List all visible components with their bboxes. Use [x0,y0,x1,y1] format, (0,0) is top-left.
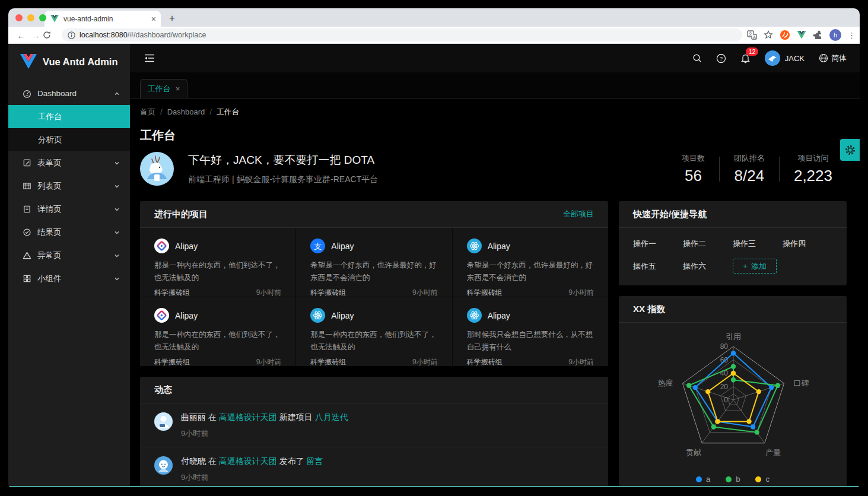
activity-avatar [154,456,173,483]
legend-item-b[interactable]: b [726,475,740,484]
app-header: ? 12 JACK [130,44,860,72]
legend-dot [726,476,732,482]
sidebar: Vue Antd Admin Dashboard 工作台 分析页 [8,44,130,486]
quick-link-3[interactable]: 操作三 [733,239,783,249]
plus-icon: + [743,262,748,271]
quick-nav-title: 快速开始/便捷导航 [633,209,707,220]
search-icon[interactable] [692,53,702,63]
sidebar-item-analysis[interactable]: 分析页 [8,128,130,151]
project-group-link[interactable]: 科学搬砖组 [154,357,190,367]
alipay-logo-icon: 支 [310,239,325,253]
svg-text:文: 文 [748,31,753,37]
tab-close-icon[interactable]: × [176,84,180,93]
help-icon[interactable]: ? [716,53,726,63]
zoom-window-button[interactable] [39,14,46,21]
quick-link-6[interactable]: 操作六 [683,261,733,272]
new-tab-button[interactable]: + [169,12,175,24]
language-switch[interactable]: 简体 [819,53,847,63]
sidebar-item-widgets[interactable]: 小组件 [8,267,130,290]
index-chart-title: XX 指数 [633,304,665,315]
globe-icon [819,53,828,63]
minimize-window-button[interactable] [27,14,34,21]
activity-target-link[interactable]: 留言 [307,456,323,466]
menu-fold-icon[interactable] [144,53,155,63]
sidebar-item-forms[interactable]: 表单页 [8,151,130,174]
project-card[interactable]: Alipay 那时候我只会想自己想要什么，从不想自己拥有什么 科学搬砖组9小时前 [453,297,608,366]
list-item: 付晓晓 在 高逼格设计天团 发布了 留言 9小时前 [140,447,608,486]
chevron-up-icon [113,90,120,97]
translate-icon[interactable]: 文A [747,30,757,40]
svg-text:80: 80 [720,342,729,351]
app-title: Vue Antd Admin [43,56,118,68]
url-path: /#/dashboard/workplace [128,31,206,39]
quick-link-5[interactable]: 操作五 [633,261,683,272]
bookmark-star-icon[interactable] [764,30,773,40]
svg-text:产量: 产量 [765,448,781,457]
theme-settings-button[interactable] [840,139,860,161]
browser-tab[interactable]: vue-antd-admin × [44,11,161,27]
browser-profile-avatar[interactable]: h [829,29,841,41]
tab-label: 工作台 [148,84,171,94]
close-window-button[interactable] [15,14,23,21]
svg-text:60: 60 [720,356,729,364]
url-bar[interactable]: localhost:8080/#/dashboard/workplace [62,28,742,42]
user-menu[interactable]: JACK [765,50,805,66]
activity-group-link[interactable]: 高逼格设计天团 [219,412,277,422]
back-icon[interactable]: ← [14,30,28,40]
page-tabbar: 工作台 × [130,72,860,98]
sidebar-item-results[interactable]: 结果页 [8,221,130,244]
add-button[interactable]: +添加 [733,259,777,274]
quick-link-4[interactable]: 操作四 [783,239,832,249]
project-card[interactable]: Alipay 那是一种内在的东西，他们到达不了，也无法触及的 科学搬砖组9小时前 [140,228,295,297]
breadcrumb-dashboard[interactable]: Dashboard [167,107,205,116]
gear-icon [844,144,856,156]
breadcrumb-home[interactable]: 首页 [140,107,155,116]
all-projects-link[interactable]: 全部项目 [563,209,594,220]
svg-text:A: A [753,34,756,39]
project-group-link[interactable]: 科学搬砖组 [154,288,190,298]
svg-text:支: 支 [314,242,322,251]
activity-avatar [154,412,173,439]
vue-extension-icon[interactable] [797,31,806,39]
project-card[interactable]: Alipay 那是一种内在的东西，他们到达不了，也无法触及的 科学搬砖组9小时前 [140,297,295,366]
extension-orange-icon[interactable] [780,30,790,40]
chevron-down-icon [113,160,120,167]
sidebar-item-details[interactable]: 详情页 [8,198,130,221]
sidebar-item-exceptions[interactable]: 异常页 [8,244,130,267]
tab-workplace[interactable]: 工作台 × [140,79,187,98]
site-info-icon[interactable] [68,31,75,39]
sidebar-item-workplace[interactable]: 工作台 [8,105,130,128]
quick-link-2[interactable]: 操作二 [683,239,733,249]
user-role: 前端工程师 | 蚂蚁金服-计算服务事业群-REACT平台 [188,174,378,185]
svg-text:引用: 引用 [726,332,741,341]
reload-icon[interactable] [43,31,57,39]
quick-nav-card: 快速开始/便捷导航 操作一 操作二 操作三 操作四 操作五 操作六 +添加 [619,201,847,285]
vue-logo-icon [20,54,37,69]
extensions-puzzle-icon[interactable] [813,30,823,40]
activity-group-link[interactable]: 高逼格设计天团 [219,456,277,466]
project-group-link[interactable]: 科学搬砖组 [467,288,503,298]
project-card[interactable]: Alipay 那是一种内在的东西，他们到达不了，也无法触及的 科学搬砖组9小时前 [296,297,452,366]
project-card[interactable]: 支 Alipay 希望是一个好东西，也许是最好的，好东西是不会消亡的 科学搬砖组… [296,228,452,297]
sidebar-item-lists[interactable]: 列表页 [8,174,130,198]
activity-user[interactable]: 付晓晓 [181,456,206,466]
radar-chart: 806040200引用口碑产量贡献热度 [619,323,847,472]
sidebar-item-dashboard[interactable]: Dashboard [8,82,130,105]
notification-badge: 12 [746,47,759,56]
project-group-link[interactable]: 科学搬砖组 [310,357,346,367]
project-card[interactable]: Alipay 希望是一个好东西，也许是最好的，好东西是不会消亡的 科学搬砖组9小… [453,228,608,297]
svg-text:20: 20 [720,383,729,391]
app-logo[interactable]: Vue Antd Admin [8,44,130,80]
activity-user[interactable]: 曲丽丽 [181,412,206,422]
project-group-link[interactable]: 科学搬砖组 [467,357,503,367]
legend-item-c[interactable]: c [755,475,770,484]
activity-time: 9小时前 [181,472,323,483]
tab-close-icon[interactable]: × [151,15,156,23]
legend-item-a[interactable]: a [696,475,710,484]
quick-link-1[interactable]: 操作一 [633,239,683,249]
browser-menu-icon[interactable]: ⋮ [848,34,854,37]
notification-bell-icon[interactable]: 12 [740,53,751,63]
project-group-link[interactable]: 科学搬砖组 [310,288,346,298]
activity-target-link[interactable]: 八月迭代 [315,412,348,422]
antd-logo-icon [154,308,169,323]
